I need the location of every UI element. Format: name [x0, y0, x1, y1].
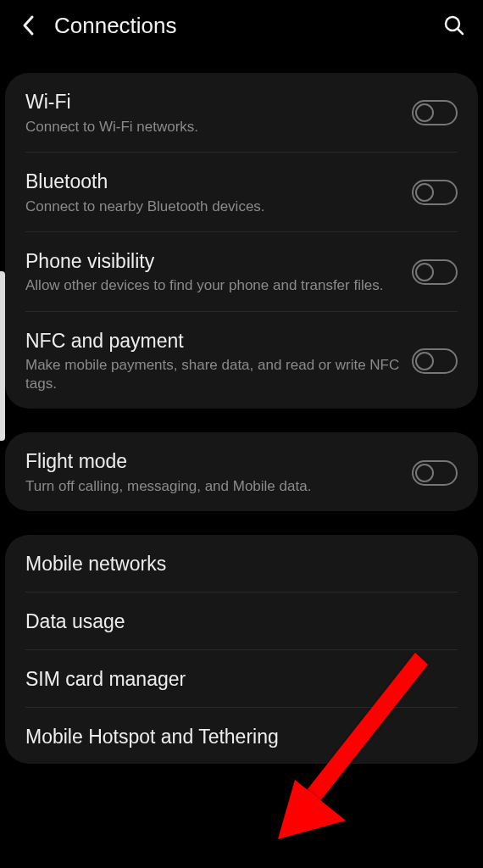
toggle-flight-mode[interactable]: [412, 460, 458, 486]
row-title: Bluetooth: [25, 170, 402, 194]
row-subtitle: Connect to nearby Bluetooth devices.: [25, 198, 402, 216]
row-text: NFC and payment Make mobile payments, sh…: [25, 329, 412, 394]
search-icon: [443, 14, 465, 36]
row-subtitle: Turn off calling, messaging, and Mobile …: [25, 477, 402, 496]
row-text: Wi-Fi Connect to Wi-Fi networks.: [25, 90, 412, 136]
row-title: Flight mode: [25, 449, 402, 474]
row-title: Mobile networks: [25, 552, 447, 576]
row-text: Bluetooth Connect to nearby Bluetooth de…: [25, 170, 412, 216]
toggle-bluetooth[interactable]: [412, 180, 458, 205]
row-title: NFC and payment: [25, 329, 402, 353]
chevron-left-icon: [20, 14, 37, 36]
row-title: Mobile Hotspot and Tethering: [25, 725, 447, 749]
page-title: Connections: [54, 13, 177, 39]
row-text: Phone visibility Allow other devices to …: [25, 249, 412, 296]
content: Wi-Fi Connect to Wi-Fi networks. Bluetoo…: [0, 73, 483, 764]
row-title: SIM card manager: [25, 667, 447, 692]
row-text: SIM card manager: [25, 667, 458, 692]
svg-marker-3: [278, 780, 346, 839]
settings-card: Mobile networks Data usage SIM card mana…: [5, 535, 478, 764]
toggle-phone-visibility[interactable]: [412, 259, 458, 285]
row-title: Phone visibility: [25, 249, 402, 274]
row-mobile-networks[interactable]: Mobile networks: [25, 535, 458, 593]
row-title: Data usage: [25, 609, 447, 634]
settings-card: Flight mode Turn off calling, messaging,…: [5, 432, 478, 511]
back-button[interactable]: [15, 12, 42, 39]
row-title: Wi-Fi: [25, 90, 402, 114]
row-flight-mode[interactable]: Flight mode Turn off calling, messaging,…: [25, 432, 458, 511]
scroll-indicator[interactable]: [0, 271, 5, 441]
svg-line-1: [458, 29, 463, 34]
row-text: Mobile networks: [25, 552, 458, 576]
search-button[interactable]: [441, 12, 468, 39]
row-subtitle: Connect to Wi-Fi networks.: [25, 118, 402, 136]
row-wifi[interactable]: Wi-Fi Connect to Wi-Fi networks.: [25, 73, 458, 153]
row-phone-visibility[interactable]: Phone visibility Allow other devices to …: [25, 232, 458, 312]
row-bluetooth[interactable]: Bluetooth Connect to nearby Bluetooth de…: [25, 153, 458, 232]
row-subtitle: Make mobile payments, share data, and re…: [25, 356, 402, 393]
row-text: Mobile Hotspot and Tethering: [25, 725, 458, 749]
toggle-nfc[interactable]: [412, 348, 458, 374]
row-text: Flight mode Turn off calling, messaging,…: [25, 449, 412, 496]
settings-card: Wi-Fi Connect to Wi-Fi networks. Bluetoo…: [5, 73, 478, 409]
row-subtitle: Allow other devices to find your phone a…: [25, 276, 402, 295]
header: Connections: [0, 0, 483, 54]
row-sim-card-manager[interactable]: SIM card manager: [25, 650, 458, 708]
toggle-wifi[interactable]: [412, 100, 458, 125]
row-text: Data usage: [25, 609, 458, 634]
row-nfc-payment[interactable]: NFC and payment Make mobile payments, sh…: [25, 312, 458, 409]
row-mobile-hotspot-tethering[interactable]: Mobile Hotspot and Tethering: [25, 708, 458, 765]
row-data-usage[interactable]: Data usage: [25, 593, 458, 650]
